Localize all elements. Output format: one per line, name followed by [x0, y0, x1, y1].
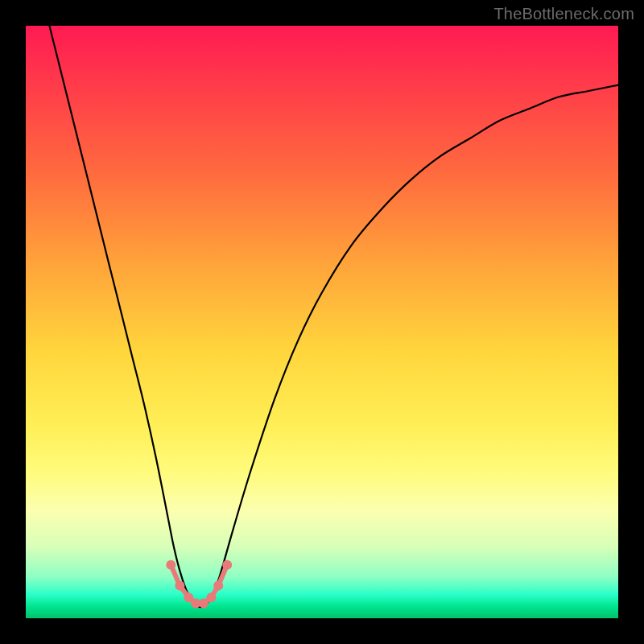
watermark-text: TheBottleneck.com	[493, 5, 634, 23]
chart-gradient-area	[26, 26, 618, 618]
chart-svg	[26, 26, 618, 618]
highlight-dot	[166, 560, 175, 570]
bottleneck-curve-path	[49, 26, 618, 607]
highlight-dot	[199, 599, 208, 609]
highlight-dot	[213, 581, 223, 591]
highlight-dot	[206, 592, 216, 602]
highlight-dot	[222, 560, 232, 570]
highlight-dot	[175, 581, 184, 591]
